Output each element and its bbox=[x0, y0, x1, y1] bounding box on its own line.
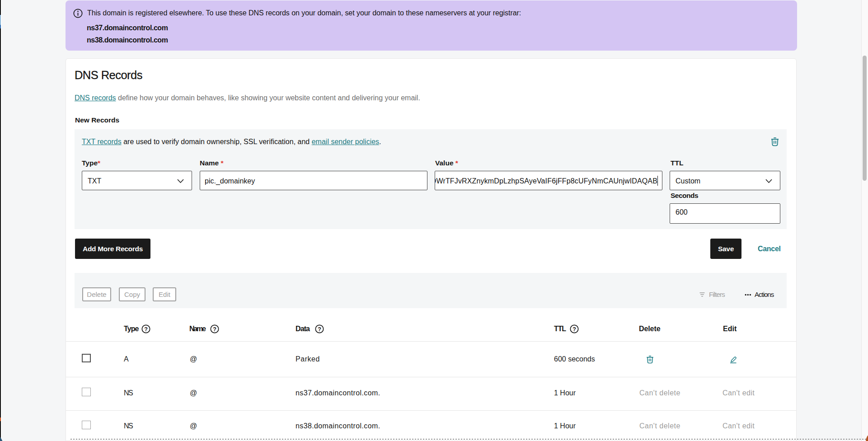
svg-text:?: ? bbox=[318, 326, 321, 333]
svg-text:?: ? bbox=[213, 326, 216, 333]
svg-text:?: ? bbox=[144, 326, 148, 333]
svg-text:?: ? bbox=[572, 326, 576, 333]
